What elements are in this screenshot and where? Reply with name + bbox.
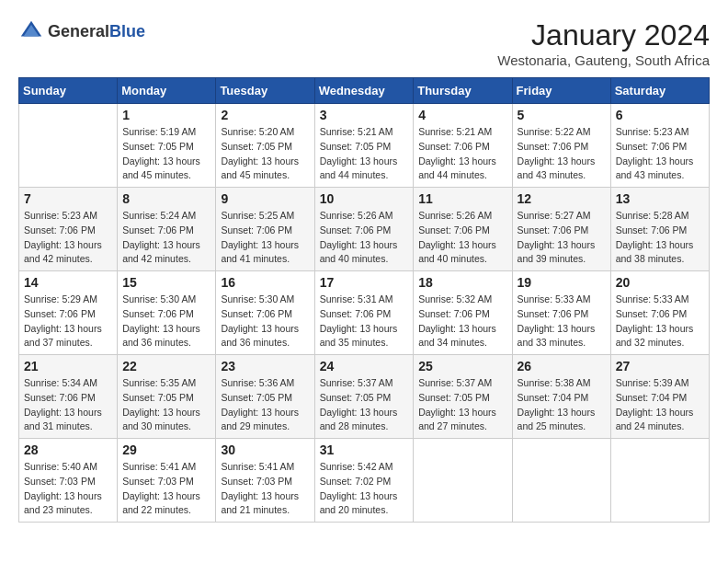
calendar-cell: 8Sunrise: 5:24 AM Sunset: 7:06 PM Daylig… [118, 188, 216, 271]
weekday-header-friday: Friday [512, 78, 610, 104]
day-info: Sunrise: 5:33 AM Sunset: 7:06 PM Dayligh… [518, 293, 606, 350]
day-number: 4 [418, 108, 506, 122]
weekday-header-thursday: Thursday [414, 78, 512, 104]
calendar-cell: 9Sunrise: 5:25 AM Sunset: 7:06 PM Daylig… [216, 188, 314, 271]
day-number: 18 [418, 275, 506, 290]
day-number: 20 [616, 275, 704, 290]
day-number: 16 [221, 275, 309, 290]
day-info: Sunrise: 5:29 AM Sunset: 7:06 PM Dayligh… [24, 293, 112, 350]
logo: GeneralBlue [18, 18, 145, 44]
day-info: Sunrise: 5:22 AM Sunset: 7:06 PM Dayligh… [518, 125, 606, 183]
weekday-header-wednesday: Wednesday [314, 78, 414, 104]
calendar-cell: 15Sunrise: 5:30 AM Sunset: 7:06 PM Dayli… [118, 271, 216, 355]
day-number: 15 [122, 275, 210, 290]
day-info: Sunrise: 5:42 AM Sunset: 7:02 PM Dayligh… [320, 460, 409, 518]
weekday-header-tuesday: Tuesday [216, 78, 314, 104]
day-number: 1 [122, 108, 210, 122]
day-info: Sunrise: 5:30 AM Sunset: 7:06 PM Dayligh… [122, 293, 210, 350]
calendar-cell [19, 104, 118, 188]
calendar-cell: 29Sunrise: 5:41 AM Sunset: 7:03 PM Dayli… [118, 439, 216, 523]
day-info: Sunrise: 5:37 AM Sunset: 7:05 PM Dayligh… [418, 376, 506, 434]
calendar-cell: 24Sunrise: 5:37 AM Sunset: 7:05 PM Dayli… [314, 355, 414, 439]
calendar-header: SundayMondayTuesdayWednesdayThursdayFrid… [19, 78, 710, 104]
logo-text-general: General [48, 22, 109, 40]
day-info: Sunrise: 5:36 AM Sunset: 7:05 PM Dayligh… [221, 376, 309, 434]
day-number: 29 [122, 442, 210, 457]
calendar-cell [414, 439, 512, 523]
logo-text-blue: Blue [109, 22, 145, 40]
day-number: 7 [24, 191, 112, 206]
day-info: Sunrise: 5:26 AM Sunset: 7:06 PM Dayligh… [418, 209, 506, 267]
calendar-cell: 16Sunrise: 5:30 AM Sunset: 7:06 PM Dayli… [216, 271, 314, 355]
day-info: Sunrise: 5:30 AM Sunset: 7:06 PM Dayligh… [221, 293, 309, 350]
day-info: Sunrise: 5:37 AM Sunset: 7:05 PM Dayligh… [320, 376, 409, 434]
calendar-cell: 31Sunrise: 5:42 AM Sunset: 7:02 PM Dayli… [314, 439, 414, 523]
day-info: Sunrise: 5:32 AM Sunset: 7:06 PM Dayligh… [418, 293, 506, 350]
calendar-cell: 4Sunrise: 5:21 AM Sunset: 7:06 PM Daylig… [414, 104, 512, 188]
calendar-cell: 6Sunrise: 5:23 AM Sunset: 7:06 PM Daylig… [610, 104, 709, 188]
day-info: Sunrise: 5:40 AM Sunset: 7:03 PM Dayligh… [24, 460, 112, 518]
day-number: 26 [518, 359, 606, 373]
weekday-header-sunday: Sunday [19, 78, 118, 104]
day-info: Sunrise: 5:19 AM Sunset: 7:05 PM Dayligh… [122, 125, 210, 183]
day-info: Sunrise: 5:28 AM Sunset: 7:06 PM Dayligh… [616, 209, 704, 267]
day-info: Sunrise: 5:20 AM Sunset: 7:05 PM Dayligh… [221, 125, 309, 183]
day-number: 12 [518, 191, 606, 206]
calendar-cell: 30Sunrise: 5:41 AM Sunset: 7:03 PM Dayli… [216, 439, 314, 523]
day-info: Sunrise: 5:21 AM Sunset: 7:06 PM Dayligh… [418, 125, 506, 183]
day-number: 22 [122, 359, 210, 373]
day-info: Sunrise: 5:23 AM Sunset: 7:06 PM Dayligh… [24, 209, 112, 267]
calendar-cell: 17Sunrise: 5:31 AM Sunset: 7:06 PM Dayli… [314, 271, 414, 355]
day-info: Sunrise: 5:27 AM Sunset: 7:06 PM Dayligh… [518, 209, 606, 267]
calendar-cell: 18Sunrise: 5:32 AM Sunset: 7:06 PM Dayli… [414, 271, 512, 355]
calendar-cell: 11Sunrise: 5:26 AM Sunset: 7:06 PM Dayli… [414, 188, 512, 271]
day-number: 6 [616, 108, 704, 122]
week-row-3: 21Sunrise: 5:34 AM Sunset: 7:06 PM Dayli… [19, 355, 710, 439]
day-info: Sunrise: 5:33 AM Sunset: 7:06 PM Dayligh… [616, 293, 704, 350]
calendar-cell: 10Sunrise: 5:26 AM Sunset: 7:06 PM Dayli… [314, 188, 414, 271]
day-info: Sunrise: 5:34 AM Sunset: 7:06 PM Dayligh… [24, 376, 112, 434]
day-number: 19 [518, 275, 606, 290]
day-number: 2 [221, 108, 309, 122]
week-row-1: 7Sunrise: 5:23 AM Sunset: 7:06 PM Daylig… [19, 188, 710, 271]
day-number: 24 [320, 359, 409, 373]
calendar-cell: 23Sunrise: 5:36 AM Sunset: 7:05 PM Dayli… [216, 355, 314, 439]
day-number: 25 [418, 359, 506, 373]
day-number: 23 [221, 359, 309, 373]
calendar-cell [512, 439, 610, 523]
day-number: 30 [221, 442, 309, 457]
week-row-2: 14Sunrise: 5:29 AM Sunset: 7:06 PM Dayli… [19, 271, 710, 355]
calendar-cell [610, 439, 709, 523]
calendar-cell: 1Sunrise: 5:19 AM Sunset: 7:05 PM Daylig… [118, 104, 216, 188]
calendar-cell: 13Sunrise: 5:28 AM Sunset: 7:06 PM Dayli… [610, 188, 709, 271]
day-number: 9 [221, 191, 309, 206]
logo-icon [18, 18, 44, 44]
calendar-cell: 25Sunrise: 5:37 AM Sunset: 7:05 PM Dayli… [414, 355, 512, 439]
day-info: Sunrise: 5:31 AM Sunset: 7:06 PM Dayligh… [320, 293, 409, 350]
day-number: 27 [616, 359, 704, 373]
calendar-cell: 21Sunrise: 5:34 AM Sunset: 7:06 PM Dayli… [19, 355, 118, 439]
weekday-header-monday: Monday [118, 78, 216, 104]
calendar-cell: 20Sunrise: 5:33 AM Sunset: 7:06 PM Dayli… [610, 271, 709, 355]
day-number: 21 [24, 359, 112, 373]
day-number: 11 [418, 191, 506, 206]
calendar-cell: 14Sunrise: 5:29 AM Sunset: 7:06 PM Dayli… [19, 271, 118, 355]
day-number: 13 [616, 191, 704, 206]
day-info: Sunrise: 5:41 AM Sunset: 7:03 PM Dayligh… [221, 460, 309, 518]
day-number: 28 [24, 442, 112, 457]
week-row-0: 1Sunrise: 5:19 AM Sunset: 7:05 PM Daylig… [19, 104, 710, 188]
calendar-cell: 7Sunrise: 5:23 AM Sunset: 7:06 PM Daylig… [19, 188, 118, 271]
day-number: 5 [518, 108, 606, 122]
day-info: Sunrise: 5:23 AM Sunset: 7:06 PM Dayligh… [616, 125, 704, 183]
calendar-cell: 2Sunrise: 5:20 AM Sunset: 7:05 PM Daylig… [216, 104, 314, 188]
day-number: 14 [24, 275, 112, 290]
day-info: Sunrise: 5:35 AM Sunset: 7:05 PM Dayligh… [122, 376, 210, 434]
day-info: Sunrise: 5:38 AM Sunset: 7:04 PM Dayligh… [518, 376, 606, 434]
day-info: Sunrise: 5:39 AM Sunset: 7:04 PM Dayligh… [616, 376, 704, 434]
calendar-cell: 3Sunrise: 5:21 AM Sunset: 7:05 PM Daylig… [314, 104, 414, 188]
calendar-cell: 28Sunrise: 5:40 AM Sunset: 7:03 PM Dayli… [19, 439, 118, 523]
title-block: January 2024 Westonaria, Gauteng, South … [497, 18, 710, 68]
calendar-body: 1Sunrise: 5:19 AM Sunset: 7:05 PM Daylig… [19, 104, 710, 523]
day-info: Sunrise: 5:25 AM Sunset: 7:06 PM Dayligh… [221, 209, 309, 267]
day-info: Sunrise: 5:21 AM Sunset: 7:05 PM Dayligh… [320, 125, 409, 183]
